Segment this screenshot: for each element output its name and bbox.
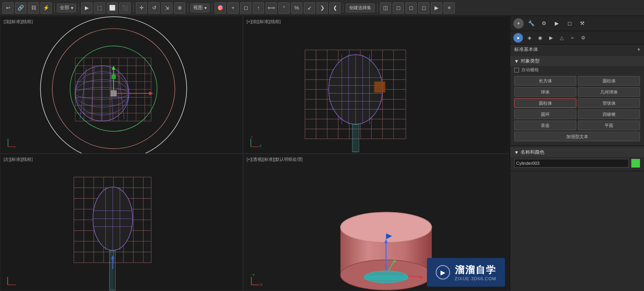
paint-select-btn[interactable]: ⬛ — [119, 2, 131, 14]
rp-display-btn[interactable]: ◻ — [564, 18, 575, 29]
create-selection-set-btn[interactable]: 创建选择集 — [346, 4, 375, 12]
svg-text:X: X — [260, 282, 263, 286]
snap-3d-btn[interactable]: + — [227, 2, 239, 14]
select-region-btn[interactable]: ⬚ — [94, 2, 105, 14]
sep3 — [133, 4, 133, 12]
right-panel: + 🔧 ⚙ ▶ ◻ ⚒ ● ◈ ◉ ▶ △ ≈ ⚙ 标准基本体 ▾ ▼ 对象类型 — [510, 16, 644, 291]
btn-teapot[interactable]: 茶壶 — [514, 121, 576, 130]
watermark: ▶ 溜溜自学 ZIXUE.3D66.COM — [427, 258, 505, 287]
rp-hierarchy-btn[interactable]: ⚙ — [539, 18, 549, 29]
align-btn[interactable]: ⟺ — [266, 2, 277, 14]
sep4 — [188, 4, 188, 12]
rp-type-header: 标准基本体 ▾ — [510, 45, 644, 55]
sep5 — [212, 4, 212, 12]
svg-rect-40 — [112, 75, 115, 79]
rp-collapse-icon: ▼ — [514, 59, 519, 64]
watermark-play-icon: ▶ — [436, 265, 450, 279]
btn-cone[interactable]: 四棱锥 — [578, 109, 640, 119]
rp-shape-btn[interactable]: ◈ — [525, 33, 534, 42]
scale-btn[interactable]: ⇲ — [161, 2, 172, 14]
rp-utilities-btn[interactable]: ⚒ — [577, 18, 587, 29]
vp-front-svg: z x — [243, 16, 509, 153]
viewport-persp[interactable]: [+][透视][标准][默认明暗处理] — [243, 154, 509, 291]
select-all-dropdown[interactable]: 全部 ▾ — [57, 4, 76, 12]
rp-auto-grid-row: 自动栅格 — [510, 66, 644, 74]
rp-motion-btn[interactable]: ▶ — [552, 18, 562, 29]
spinner-snap-btn[interactable]: ↙ — [304, 2, 315, 14]
place-btn[interactable]: ⊕ — [174, 2, 185, 14]
rotate-btn[interactable]: ↺ — [149, 2, 160, 14]
main-toolbar: ↩ 🔗 ⛓ ⚡ 全部 ▾ ▶ ⬚ ⬜ ⬛ ✛ ↺ ⇲ ⊕ 视图 ▾ 🎯 + ◻ … — [0, 0, 644, 16]
rp-camera-btn[interactable]: ▶ — [546, 33, 555, 42]
main-area: [顶][标准][线框] — [0, 16, 644, 291]
lasso-btn[interactable]: ⬜ — [107, 2, 118, 14]
sep6 — [343, 4, 343, 12]
vp-left-svg — [0, 154, 243, 291]
btn-geo-sphere[interactable]: 几何球体 — [578, 87, 640, 97]
mirror-btn[interactable]: ↑ — [253, 2, 264, 14]
view-dropdown[interactable]: 视图 ▾ — [190, 4, 209, 12]
svg-text:z: z — [260, 143, 262, 148]
angle-snap-btn[interactable]: ° — [278, 2, 290, 14]
rp-type-label: 标准基本体 — [514, 46, 538, 53]
svg-rect-130 — [364, 276, 408, 279]
render-setup-btn[interactable]: ◻ — [405, 2, 417, 14]
snap-box-btn[interactable]: ◻ — [240, 2, 251, 14]
use-pivot-btn[interactable]: ❯ — [317, 2, 328, 14]
btn-sphere[interactable]: 球体 — [514, 87, 576, 97]
rp-modify-btn[interactable]: 🔧 — [526, 18, 536, 29]
sep7 — [377, 4, 378, 12]
rp-name-collapse-icon: ▼ — [514, 150, 519, 155]
btn-cylinder[interactable]: 圆柱体 — [578, 76, 640, 86]
rp-system-btn[interactable]: ⚙ — [579, 33, 587, 42]
vp-top-svg — [0, 16, 243, 153]
rp-geo-btn[interactable]: ● — [513, 33, 523, 43]
btn-text[interactable]: 加强型文本 — [514, 132, 640, 141]
svg-rect-39 — [111, 91, 116, 96]
auto-grid-checkbox[interactable] — [514, 68, 519, 72]
material-editor-btn[interactable]: ◻ — [393, 2, 404, 14]
render-frame-btn[interactable]: ▶ — [431, 2, 442, 14]
viewport-front[interactable]: [+][前][标准][线框] z x — [243, 16, 509, 154]
more-btn[interactable]: ≡ — [444, 2, 455, 14]
rp-name-color-row — [510, 157, 644, 169]
link-btn[interactable]: 🔗 — [15, 2, 26, 14]
graph-editors-btn[interactable]: ◫ — [380, 2, 391, 14]
rp-top-icons-row: + 🔧 ⚙ ▶ ◻ ⚒ — [510, 16, 644, 31]
render-btn[interactable]: ◻ — [418, 2, 429, 14]
svg-rect-77 — [374, 82, 386, 93]
rp-object-type-section: ▼ 对象类型 自动栅格 长方体 圆柱体 球体 几何球体 圆柱体 管状体 圆环 四… — [510, 55, 644, 146]
move-btn[interactable]: ✛ — [136, 2, 147, 14]
rp-spacewarp-btn[interactable]: ≈ — [568, 33, 577, 42]
viewports: [顶][标准][线框] — [0, 16, 510, 291]
rp-name-color-title[interactable]: ▼ 名称和颜色 — [510, 147, 644, 157]
btn-plane[interactable]: 平面 — [578, 121, 640, 130]
svg-text:Y: Y — [252, 272, 255, 277]
object-name-input[interactable] — [514, 159, 629, 168]
watermark-text: 溜溜自学 ZIXUE.3D66.COM — [455, 264, 496, 281]
btn-cyl-active[interactable]: 圆柱体 — [514, 98, 576, 108]
svg-text:x: x — [251, 135, 253, 139]
btn-tube[interactable]: 管状体 — [578, 98, 640, 108]
rp-create-btn[interactable]: + — [513, 18, 524, 29]
sep2 — [78, 4, 79, 12]
undo-btn[interactable]: ↩ — [2, 2, 14, 14]
bind-btn[interactable]: ⚡ — [41, 2, 52, 14]
object-color-swatch[interactable] — [631, 159, 640, 168]
select-btn[interactable]: ▶ — [81, 2, 92, 14]
btn-torus[interactable]: 圆环 — [514, 109, 576, 119]
rp-helper-btn[interactable]: △ — [557, 33, 566, 42]
sep1 — [54, 4, 55, 12]
viewport-top[interactable]: [顶][标准][线框] — [0, 16, 243, 154]
viewport-left[interactable]: [左][标准][线框] — [0, 154, 243, 291]
rp-name-color-section: ▼ 名称和颜色 — [510, 146, 644, 171]
percent-snap-btn[interactable]: % — [291, 2, 302, 14]
unlink-btn[interactable]: ⛓ — [28, 2, 39, 14]
snap-toggle-btn[interactable]: 🎯 — [215, 2, 226, 14]
react-btn[interactable]: ❰ — [329, 2, 341, 14]
btn-box[interactable]: 长方体 — [514, 76, 576, 86]
rp-light-btn[interactable]: ◉ — [536, 33, 544, 42]
rp-object-type-title[interactable]: ▼ 对象类型 — [510, 56, 644, 66]
rp-type-dropdown[interactable]: ▾ — [638, 47, 640, 52]
rp-icon-row2: ● ◈ ◉ ▶ △ ≈ ⚙ — [510, 31, 644, 45]
